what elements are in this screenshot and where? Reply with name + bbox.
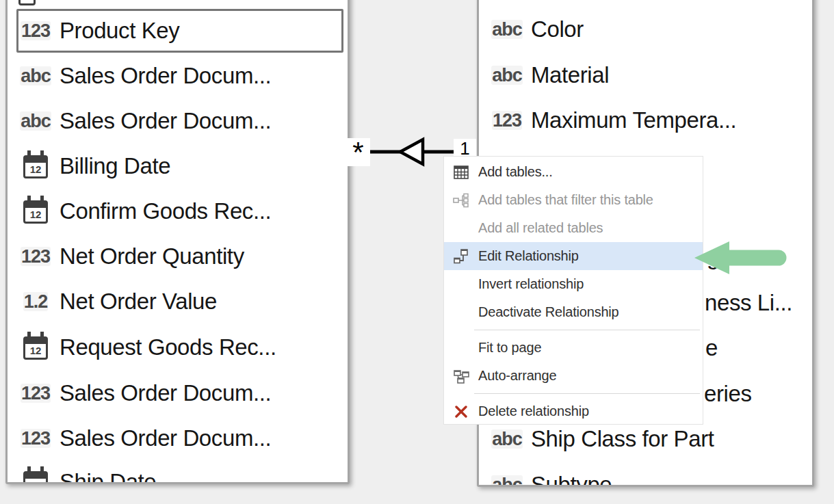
field-label: Ship Class for Part: [531, 426, 714, 452]
calendar-icon: 12: [23, 336, 48, 360]
field-label: Sales Order Docum...: [60, 63, 271, 89]
numeric-type-icon: 123: [21, 429, 51, 448]
filter-tables-icon: [444, 193, 478, 208]
field-label: Sales Order Docum...: [60, 425, 271, 451]
field-row[interactable]: 12 Request Goods Rec...: [16, 332, 345, 363]
menu-item-edit-relationship[interactable]: Edit Relationship: [444, 242, 703, 270]
menu-item-label: Add tables...: [478, 164, 553, 180]
field-row[interactable]: abc Material: [487, 59, 809, 91]
clipped-field-fragment[interactable]: e: [705, 332, 718, 364]
menu-item-deactivate-relationship[interactable]: Deactivate Relationship: [444, 298, 703, 326]
field-label: Request Goods Rec...: [60, 334, 276, 360]
menu-item-delete-relationship[interactable]: Delete relationship: [444, 397, 703, 425]
field-label: Ship Date: [60, 469, 156, 484]
menu-item-add-tables[interactable]: Add tables...: [444, 158, 703, 186]
field-label: Material: [531, 62, 609, 88]
menu-item-add-filter-tables: Add tables that filter this table: [444, 186, 703, 214]
one-cardinality-label: 1: [454, 139, 476, 157]
auto-arrange-icon: [444, 369, 478, 384]
field-row[interactable]: 12 Billing Date: [16, 150, 345, 182]
relationship-icon: [444, 249, 478, 264]
text-type-icon: abc: [491, 475, 523, 487]
many-cardinality-label: *: [346, 138, 370, 166]
clipped-field-fragment[interactable]: ness Li...: [705, 287, 792, 319]
field-row[interactable]: 123 Sales Order Docum...: [16, 377, 345, 409]
menu-item-label: Deactivate Relationship: [478, 304, 619, 320]
table-card-left[interactable]: 123 Product Key abc Sales Order Docum...…: [5, 0, 350, 484]
numeric-type-icon: 123: [21, 247, 51, 266]
selected-field-outline: [16, 9, 343, 53]
calendar-icon: 12: [23, 200, 48, 224]
field-row[interactable]: 1.2 Net Order Value: [16, 286, 345, 317]
field-row[interactable]: abc Sales Order Docum...: [16, 105, 345, 137]
field-label: Net Order Value: [60, 289, 217, 315]
model-view-canvas: 123 Product Key abc Sales Order Docum...…: [0, 0, 834, 504]
field-label: Sales Order Docum...: [60, 108, 271, 134]
menu-item-label: Auto-arrange: [478, 368, 556, 384]
field-row[interactable]: 12 Confirm Goods Rec...: [16, 196, 345, 227]
field-row[interactable]: abc Subtype: [487, 469, 809, 487]
menu-item-label: Edit Relationship: [478, 248, 579, 264]
field-row[interactable]: 123 Sales Order Docum...: [16, 423, 345, 454]
field-row[interactable]: abc Ship Class for Part: [487, 423, 809, 455]
delete-x-icon: [444, 406, 478, 418]
field-row[interactable]: abc Sales Order Docum...: [16, 60, 345, 92]
numeric-type-icon: 123: [21, 384, 51, 403]
menu-separator: [474, 393, 700, 394]
menu-item-label: Add all related tables: [478, 220, 603, 236]
menu-item-label: Invert relationship: [478, 276, 584, 292]
calendar-icon: 12: [23, 471, 48, 484]
decimal-type-icon: 1.2: [23, 292, 49, 311]
text-type-icon: abc: [491, 429, 523, 449]
menu-item-auto-arrange[interactable]: Auto-arrange: [444, 362, 703, 390]
field-label: Maximum Tempera...: [531, 107, 736, 133]
menu-item-fit-to-page[interactable]: Fit to page: [444, 334, 703, 362]
context-menu: Add tables... Add tables that filter thi…: [443, 156, 703, 425]
field-label: Sales Order Docum...: [60, 380, 271, 406]
menu-item-add-related-tables: Add all related tables: [444, 214, 703, 242]
numeric-type-icon: 123: [492, 111, 522, 130]
field-row[interactable]: 123 Net Order Quantity: [16, 241, 345, 272]
table-grid-icon: [444, 165, 478, 179]
clipped-field-fragment[interactable]: eries: [704, 378, 752, 410]
menu-item-label: Add tables that filter this table: [478, 192, 653, 208]
text-type-icon: abc: [20, 66, 51, 85]
calendar-icon: [18, 0, 36, 5]
field-label: Subtype: [531, 472, 612, 487]
field-row[interactable]: abc Color: [487, 14, 809, 45]
field-label: Color: [531, 16, 584, 42]
one-direction-arrowhead: [400, 140, 423, 164]
menu-item-label: Fit to page: [478, 340, 541, 356]
field-label: Confirm Goods Rec...: [60, 198, 271, 224]
text-type-icon: abc: [491, 66, 523, 85]
calendar-icon: 12: [23, 155, 48, 178]
field-row[interactable]: 123 Maximum Tempera...: [487, 105, 809, 136]
menu-item-label: Delete relationship: [478, 403, 589, 419]
text-type-icon: abc: [491, 20, 523, 39]
annotation-arrow: [688, 236, 797, 280]
field-label: Billing Date: [60, 153, 170, 179]
text-type-icon: abc: [20, 111, 51, 131]
menu-item-invert-relationship[interactable]: Invert relationship: [444, 270, 703, 298]
menu-separator: [474, 330, 700, 330]
field-row[interactable]: 12 Ship Date: [16, 466, 345, 484]
field-label: Net Order Quantity: [60, 243, 244, 269]
